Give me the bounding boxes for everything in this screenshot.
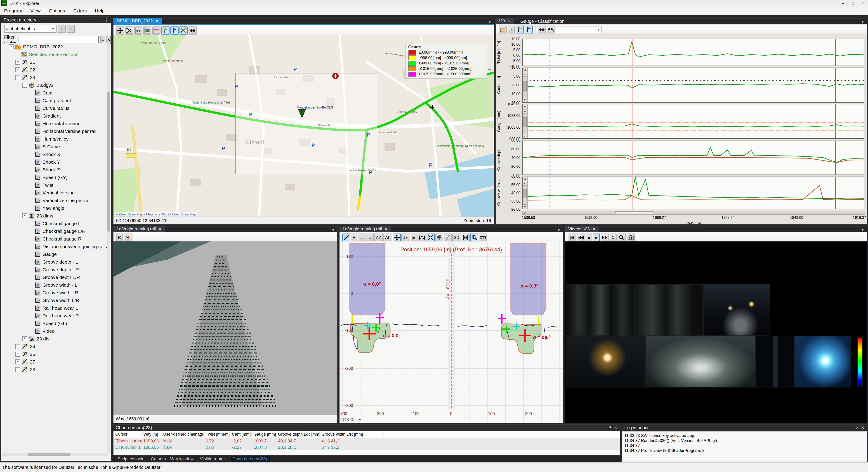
tree-item-twist[interactable]: Twist [2, 181, 107, 189]
video-frame-rail-left[interactable] [566, 284, 635, 336]
pin-icon[interactable] [608, 426, 612, 430]
step-forward-icon[interactable]: → [366, 233, 374, 242]
tab-list-caret-icon[interactable]: ▼ [859, 228, 867, 232]
expand-icon[interactable]: + [16, 352, 20, 357]
tree-item-22[interactable]: +22 [2, 66, 107, 74]
move-tool-icon[interactable] [393, 233, 401, 242]
auto-zoom-button[interactable]: AZ [374, 233, 383, 242]
expand-icon[interactable]: + [16, 60, 20, 65]
expand-icon[interactable]: + [16, 344, 20, 349]
loop-icon[interactable]: ↻ [610, 233, 617, 242]
collapse-icon[interactable]: - [22, 83, 27, 88]
tree-item-checkrail-gauge-r[interactable]: Checkrail gauge R [2, 235, 107, 243]
menu-extras[interactable]: Extras [69, 8, 91, 13]
s-curve-icon[interactable] [444, 233, 452, 242]
close-tab-icon[interactable]: ✕ [592, 227, 595, 231]
tab-left-right-running-rail-profile[interactable]: Left/right running rail✕ [340, 226, 391, 232]
fast-forward-icon[interactable] [600, 233, 609, 242]
map-route-layer-icon[interactable] [134, 27, 143, 35]
clear-filter-button[interactable]: ✕ [106, 36, 111, 43]
menu-options[interactable]: Options [45, 8, 69, 13]
tree-item-checkrail-gauge-l-r[interactable]: Checkrail gauge L/R [2, 227, 107, 235]
blue-flag-icon[interactable] [525, 26, 533, 34]
tree-item-23-dls[interactable]: +23.dls [2, 335, 107, 343]
expand-icon[interactable]: + [16, 359, 20, 365]
cut-section-icon[interactable]: ✂ [508, 26, 515, 34]
filter-routes-input[interactable] [19, 36, 99, 43]
close-panel-icon[interactable]: ✕ [861, 425, 864, 430]
auto-follow-button[interactable]: AF [383, 233, 392, 242]
pin-icon[interactable] [855, 426, 859, 430]
chart-strip-4[interactable]: Groove width...65,0055,0045,0035,0025,00… [496, 176, 866, 209]
tree-item-23-dgy2[interactable]: -23.dgy2 [2, 82, 107, 89]
tab-list-caret-icon[interactable]: ▼ [329, 228, 337, 232]
tab-route-23[interactable]: \23✕ [496, 18, 514, 24]
expand-icon[interactable]: + [16, 367, 20, 372]
pin-icon[interactable] [104, 18, 108, 22]
map-canvas[interactable]: PPPPPPPP Magdeburger Straße OLGTechnisch… [114, 35, 494, 217]
tab-list-caret-icon[interactable]: ▼ [859, 20, 867, 24]
map-point-layer-icon[interactable] [143, 27, 151, 35]
skip-start-icon[interactable] [568, 233, 576, 242]
tree-item-cant-gradient[interactable]: Cant gradient [2, 97, 107, 104]
video-mosaic[interactable] [565, 242, 867, 423]
tab-left-right-running-rail-3d[interactable]: Left/right running rail✕ [114, 226, 165, 232]
play-button[interactable]: ▶ [411, 233, 417, 242]
tree-item-demo-brb-2022[interactable]: -DEMO_BRB_2022 [2, 43, 107, 51]
maximize-button[interactable]: □ [848, 0, 858, 6]
minimize-button[interactable]: – [838, 0, 848, 6]
tree-item-rail-head-wear-r[interactable]: Rail head wear R [2, 312, 107, 320]
tree-item-horizontal-versine-per-rail[interactable]: Horizontal versine per rail [2, 127, 107, 135]
yellow-flag-icon[interactable] [516, 26, 524, 34]
expand-icon[interactable]: + [22, 336, 27, 341]
step-back-icon[interactable]: ← [358, 233, 366, 242]
collapse-icon[interactable]: - [16, 75, 20, 80]
tree-item-cant[interactable]: Cant [2, 89, 107, 97]
tree-item-curve-radius[interactable]: Curve radius [2, 104, 107, 112]
profile-plot[interactable]: Position: 1659,06 [m] (Prof. No.: 367614… [340, 242, 563, 423]
video-frame-pole[interactable] [756, 336, 795, 387]
profile-pair-icon[interactable] [418, 233, 426, 242]
sort-dropdown[interactable]: alphabetical - all▼ [4, 25, 57, 33]
chart-vertical-scrollbar[interactable]: ⊖▲▼ [523, 68, 528, 102]
reset-button[interactable]: R [351, 233, 358, 242]
point-cloud-view[interactable] [114, 242, 337, 415]
close-panel-icon[interactable]: ✕ [614, 425, 618, 430]
close-button[interactable]: ✕ [858, 0, 868, 6]
mask-combobox[interactable]: ▼ [556, 26, 602, 33]
apply-filter-button[interactable]: → [100, 36, 105, 43]
expand-icon[interactable]: + [16, 67, 20, 72]
close-tab-icon[interactable]: ✕ [508, 19, 510, 23]
tree-item-gauge[interactable]: Gauge [2, 250, 107, 258]
dock-tab-2[interactable]: Visible routes [197, 456, 228, 462]
close-tab-icon[interactable]: ✕ [155, 19, 158, 23]
auto-follow-button[interactable]: AF [124, 233, 132, 242]
tree-vertical-scrollbar[interactable] [107, 43, 110, 452]
chart-strip-2[interactable]: Gauge [mm]1043,001023,001003,00983,00⊖▲▼ [496, 104, 866, 139]
tree-item-s-curve[interactable]: S-Curve [2, 143, 107, 151]
close-tab-icon[interactable]: ✕ [384, 227, 388, 231]
tree-item-video[interactable]: Video [2, 327, 107, 335]
dtk-curve-icon[interactable] [499, 26, 507, 34]
tree-item-selected-route-sections[interactable]: Selected route sections [2, 51, 107, 58]
video-frame-thermal[interactable] [795, 336, 851, 387]
menu-view[interactable]: View [26, 8, 45, 13]
dock-tab-0[interactable]: Script console [115, 456, 147, 462]
tree-item-groove-depth-l-r[interactable]: Groove depth L/R [2, 274, 107, 281]
tree-item-groove-width-l[interactable]: Groove width - L [2, 281, 107, 289]
tree-item-speed-gl-[interactable]: Speed (GL) [2, 320, 107, 327]
close-tab-icon[interactable]: ✕ [158, 227, 161, 231]
tree-item-groove-depth-r[interactable]: Groove depth - R [2, 266, 107, 274]
tree-item-27[interactable]: +27 [2, 358, 107, 366]
tree-item-28[interactable]: +28 [2, 366, 107, 373]
mask-add-icon[interactable] [547, 26, 555, 34]
grid-diagonal-icon[interactable] [342, 233, 350, 242]
classification-charts[interactable]: Twist [mm/m]15,0010,005,000,00-5,00-10,0… [496, 33, 867, 224]
video-frame-rail-right[interactable] [635, 284, 704, 336]
tree-item-horizontal-versine[interactable]: Horizontal versine [2, 120, 107, 127]
blue-flag-icon[interactable] [170, 27, 179, 35]
tab-list-caret-icon[interactable]: ▼ [555, 228, 563, 232]
chart-strip-1[interactable]: Cant [mm]15,005,00-5,00-15,00-25,00⊖▲▼ [496, 67, 866, 103]
tree-item-shock-y[interactable]: Shock Y [2, 158, 107, 166]
tree-item-yaw-angle[interactable]: Yaw angle [2, 204, 107, 212]
